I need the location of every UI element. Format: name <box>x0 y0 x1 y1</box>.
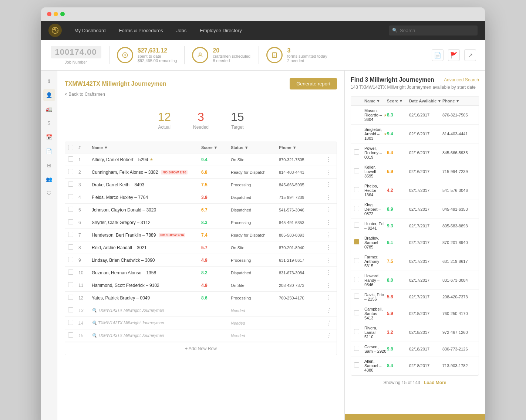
share-action-icon[interactable]: ↗ <box>464 49 476 61</box>
row-more-button[interactable]: ⋮ <box>323 219 334 226</box>
row-checkbox[interactable] <box>68 219 78 226</box>
sidebar-icon-info[interactable]: ℹ <box>43 75 55 87</box>
candidate-checkbox[interactable] <box>354 168 359 173</box>
candidate-phone: 845-666-5935 <box>442 150 476 155</box>
row-more-button[interactable]: ⋮ <box>323 206 334 213</box>
row-checkbox[interactable] <box>68 282 78 289</box>
sidebar-icon-document[interactable]: 📄 <box>43 145 55 157</box>
row-more-button[interactable]: ⋮ <box>323 231 334 238</box>
candidate-check[interactable] <box>354 168 364 175</box>
search-input[interactable] <box>389 26 478 35</box>
candidate-check[interactable] <box>354 223 364 229</box>
row-more-button[interactable]: ⋮ <box>323 156 334 163</box>
candidate-checkbox[interactable] <box>354 310 359 315</box>
candidate-date: 02/16/2017 <box>409 150 442 155</box>
header-name[interactable]: Name ▼ <box>92 145 201 150</box>
candidate-checkbox[interactable] <box>354 277 359 282</box>
sidebar-icon-grid[interactable]: ⊞ <box>43 159 55 171</box>
sidebar-icon-dollar[interactable]: $ <box>43 117 55 129</box>
candidate-checkbox[interactable] <box>354 294 359 299</box>
sidebar-icon-person2[interactable]: 👥 <box>43 173 55 185</box>
candidate-check[interactable] <box>354 206 364 213</box>
right-header-score[interactable]: Score ▼ <box>387 99 409 103</box>
load-more-button[interactable]: Load More <box>424 380 446 385</box>
row-more-button[interactable]: ⋮ <box>323 244 334 251</box>
nav-item-dashboard[interactable]: My Dashboard <box>68 21 112 40</box>
candidate-check[interactable] <box>354 310 364 317</box>
row-checkbox[interactable] <box>68 320 78 326</box>
candidate-checkbox[interactable] <box>354 329 359 334</box>
generate-report-button[interactable]: Generate report <box>290 78 337 89</box>
candidate-check[interactable] <box>354 329 364 336</box>
document-action-icon[interactable]: 📄 <box>432 49 444 61</box>
row-score: 7.4 <box>201 233 231 238</box>
header-phone[interactable]: Phone ▼ <box>279 145 323 150</box>
row-phone: 208-420-7373 <box>279 283 323 288</box>
candidate-phone: 760-250-4170 <box>442 311 476 316</box>
row-more-button[interactable]: ⋮ <box>323 194 334 201</box>
row-more-button[interactable]: ⋮ <box>323 269 334 276</box>
candidate-phone: 541-576-3046 <box>442 188 476 193</box>
nav-item-jobs[interactable]: Jobs <box>170 21 193 40</box>
app-logo[interactable] <box>48 24 62 37</box>
advanced-search-link[interactable]: Advanced Search <box>444 77 479 82</box>
row-checkbox[interactable] <box>68 194 78 201</box>
right-header-name[interactable]: Name ▼ <box>364 99 387 103</box>
candidate-checkbox[interactable] <box>354 149 359 155</box>
row-checkbox[interactable] <box>68 257 78 264</box>
back-link[interactable]: < Back to Craftsmen <box>65 92 337 97</box>
select-all-checkbox[interactable] <box>68 145 73 150</box>
candidate-checkbox[interactable] <box>354 258 359 263</box>
candidate-check[interactable] <box>354 346 364 352</box>
add-row-button[interactable]: + Add New Row <box>65 342 337 355</box>
row-more-button[interactable]: ⋮ <box>323 257 334 264</box>
row-checkbox[interactable] <box>68 232 78 238</box>
right-header-phone[interactable]: Phone ▼ <box>442 99 476 103</box>
browser-dots <box>47 12 65 16</box>
candidate-check[interactable] <box>354 277 364 284</box>
row-more-button[interactable]: ⋮ <box>323 294 334 301</box>
row-more-button[interactable]: ⋮ <box>323 307 334 314</box>
sidebar-icon-person[interactable]: 👤 <box>43 89 55 101</box>
candidate-check[interactable] <box>354 187 364 194</box>
candidate-checkbox[interactable] <box>354 346 359 351</box>
close-dot[interactable] <box>47 12 51 16</box>
row-more-button[interactable]: ⋮ <box>323 181 334 188</box>
candidate-checkbox[interactable] <box>354 187 359 192</box>
row-checkbox[interactable] <box>68 332 78 339</box>
row-more-button[interactable]: ⋮ <box>323 282 334 289</box>
candidate-check[interactable] <box>354 362 364 369</box>
header-status[interactable]: Status ▼ <box>231 145 279 150</box>
candidate-check[interactable] <box>354 149 364 156</box>
add-craftsmen-button[interactable]: Add 3 Selected Craftsmen <box>345 414 485 420</box>
candidate-checkbox[interactable] <box>354 362 359 368</box>
candidate-check[interactable] <box>354 239 364 246</box>
maximize-dot[interactable] <box>60 12 65 16</box>
candidate-check[interactable] <box>354 258 364 265</box>
row-checkbox[interactable] <box>68 244 78 251</box>
sidebar-icon-shield[interactable]: 🛡 <box>43 187 55 199</box>
header-score[interactable]: Score ▼ <box>201 145 231 150</box>
row-checkbox[interactable] <box>68 169 78 176</box>
row-checkbox[interactable] <box>68 307 78 314</box>
nav-item-forms[interactable]: Forms & Procedures <box>112 21 170 40</box>
row-more-button[interactable]: ⋮ <box>323 332 334 339</box>
row-checkbox[interactable] <box>68 207 78 213</box>
row-checkbox[interactable] <box>68 156 78 163</box>
sidebar-icon-calendar[interactable]: 📅 <box>43 131 55 143</box>
row-checkbox[interactable] <box>68 295 78 301</box>
sidebar-icon-truck[interactable]: 🚛 <box>43 103 55 115</box>
candidate-check[interactable] <box>354 294 364 300</box>
row-checkbox[interactable] <box>68 182 78 188</box>
candidate-name: Keller, Lowell – 3595 <box>364 165 387 178</box>
row-more-button[interactable]: ⋮ <box>323 319 334 326</box>
right-header-date[interactable]: Date Available ▼ <box>409 99 442 103</box>
candidate-checkbox[interactable] <box>354 206 359 211</box>
row-checkbox[interactable] <box>68 270 78 276</box>
minimize-dot[interactable] <box>54 12 58 16</box>
nav-item-directory[interactable]: Employee Directory <box>193 21 248 40</box>
candidate-checkbox[interactable] <box>354 239 359 244</box>
candidate-checkbox[interactable] <box>354 223 359 228</box>
flag-action-icon[interactable]: 🚩 <box>448 49 460 61</box>
row-more-button[interactable]: ⋮ <box>323 169 334 176</box>
